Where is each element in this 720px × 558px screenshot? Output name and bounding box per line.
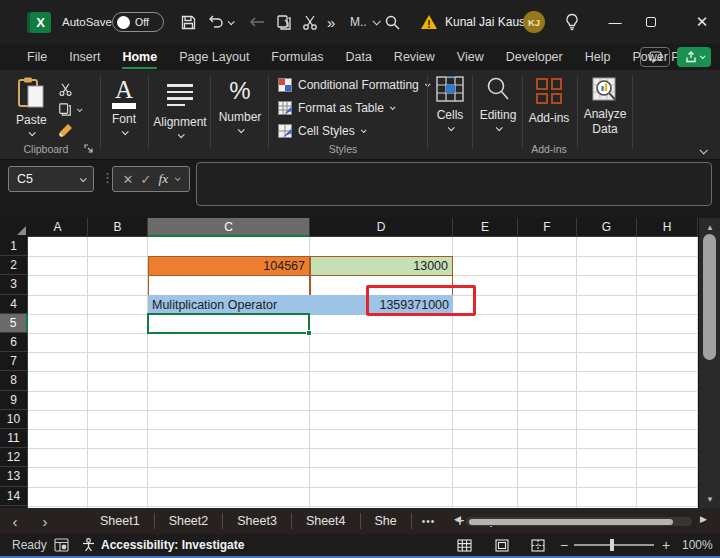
sheet-nav-prev-icon[interactable]: ‹ (0, 513, 30, 530)
maximize-button[interactable] (646, 0, 656, 44)
zoom-in-button[interactable]: + (662, 534, 670, 556)
menu-tab-help[interactable]: Help (574, 44, 622, 70)
vertical-scrollbar[interactable]: ▲ ▼ (698, 218, 720, 508)
cells-group-button[interactable]: Cells (429, 76, 471, 131)
row-header-14[interactable]: 14 (0, 487, 28, 506)
sheet-nav-next-icon[interactable]: › (30, 513, 60, 530)
paste-button[interactable]: Paste (16, 76, 47, 136)
cut-icon[interactable] (302, 0, 318, 44)
alignment-group-button[interactable]: Alignment (152, 78, 208, 138)
cancel-entry-icon[interactable]: ✕ (123, 172, 134, 187)
zoom-slider[interactable] (574, 534, 654, 556)
cell-C3[interactable] (148, 275, 310, 295)
vertical-scrollbar-thumb[interactable] (703, 234, 716, 360)
column-header-D[interactable]: D (310, 218, 453, 237)
format-painter-button[interactable] (58, 122, 74, 138)
normal-view-button[interactable] (457, 534, 472, 556)
menu-tab-developer[interactable]: Developer (495, 44, 574, 70)
cut-button[interactable] (58, 82, 73, 97)
accessibility-status[interactable]: Accessibility: Investigate (82, 534, 244, 556)
row-header-10[interactable]: 10 (0, 410, 28, 429)
undo-dropdown-icon[interactable] (228, 0, 233, 44)
excel-logo-icon[interactable]: X (30, 0, 51, 44)
page-layout-view-button[interactable] (495, 534, 509, 556)
autosave-toggle[interactable]: Off (112, 0, 164, 44)
row-header-5[interactable]: 5 (0, 314, 28, 333)
quick-access-overflow[interactable]: » (327, 0, 335, 44)
horizontal-scrollbar-thumb[interactable] (469, 519, 673, 525)
avatar[interactable]: KJ (523, 0, 545, 44)
zoom-slider-handle[interactable] (610, 539, 614, 551)
scroll-down-icon[interactable]: ▼ (699, 492, 720, 506)
menu-tab-page-layout[interactable]: Page Layout (168, 44, 260, 70)
row-header-9[interactable]: 9 (0, 391, 28, 410)
hscroll-left-icon[interactable]: ◀ (454, 514, 461, 524)
copy-icon[interactable] (276, 0, 292, 44)
fill-handle[interactable] (306, 330, 312, 336)
zoom-out-button[interactable]: − (560, 534, 568, 556)
row-header-8[interactable]: 8 (0, 371, 28, 390)
menu-tab-insert[interactable]: Insert (58, 44, 111, 70)
number-group-button[interactable]: % Number (214, 78, 266, 133)
column-header-H[interactable]: H (637, 218, 698, 237)
formula-input[interactable] (196, 162, 712, 206)
format-as-table-button[interactable]: Format as Table (278, 101, 394, 115)
spreadsheet-grid[interactable]: ABCDEFGH12345678910111213141510456713000… (0, 218, 698, 508)
macro-record-icon[interactable] (54, 534, 69, 556)
row-header-11[interactable]: 11 (0, 429, 28, 448)
cell-C4[interactable]: Mulitplication Operator (148, 295, 310, 315)
horizontal-scrollbar[interactable] (466, 517, 692, 526)
save-icon[interactable] (180, 0, 197, 44)
sheet-tab-sheet2[interactable]: Sheet2 (155, 513, 224, 529)
cell-C2[interactable]: 104567 (148, 256, 310, 276)
addins-button[interactable]: Add-ins (526, 78, 572, 125)
row-header-4[interactable]: 4 (0, 295, 28, 314)
tips-lightbulb-icon[interactable] (564, 0, 580, 44)
insert-function-icon[interactable]: fx (159, 171, 169, 187)
analyze-data-button[interactable]: Analyze Data (580, 76, 630, 137)
fx-dropdown-icon[interactable] (175, 175, 181, 181)
select-all-corner[interactable] (0, 218, 28, 237)
collapse-ribbon-icon[interactable] (700, 140, 706, 158)
row-header-1[interactable]: 1 (0, 237, 28, 256)
clipboard-dialog-launcher-icon[interactable] (84, 144, 94, 154)
row-header-12[interactable]: 12 (0, 448, 28, 467)
scroll-up-icon[interactable]: ▲ (699, 220, 720, 234)
confirm-entry-icon[interactable]: ✓ (141, 172, 152, 187)
column-header-E[interactable]: E (453, 218, 518, 237)
row-header-3[interactable]: 3 (0, 275, 28, 294)
menu-tab-home[interactable]: Home (111, 44, 168, 70)
sheet-tab-sheet1[interactable]: Sheet1 (86, 513, 155, 529)
row-header-7[interactable]: 7 (0, 352, 28, 371)
zoom-level[interactable]: 100% (682, 534, 713, 556)
undo-icon[interactable] (207, 0, 225, 44)
row-header-13[interactable]: 13 (0, 467, 28, 486)
sheet-tab-overflow[interactable]: ••• (412, 516, 446, 527)
row-header-6[interactable]: 6 (0, 333, 28, 352)
comments-button[interactable] (640, 47, 670, 67)
row-header-2[interactable]: 2 (0, 256, 28, 275)
editing-group-button[interactable]: Editing (474, 76, 522, 131)
font-group-button[interactable]: A Font (106, 78, 142, 135)
sheet-tab-sheet3[interactable]: Sheet3 (223, 513, 292, 529)
warning-icon[interactable] (420, 0, 438, 44)
menu-tab-review[interactable]: Review (383, 44, 446, 70)
hscroll-right-icon[interactable]: ▶ (700, 514, 707, 524)
share-button[interactable] (677, 47, 711, 67)
column-header-G[interactable]: G (577, 218, 637, 237)
column-header-B[interactable]: B (88, 218, 148, 237)
sheet-tab-sheet4[interactable]: Sheet4 (292, 513, 361, 529)
menu-tab-view[interactable]: View (446, 44, 495, 70)
selected-cell-C5[interactable] (147, 313, 310, 334)
minimize-button[interactable]: — (600, 0, 630, 44)
mode-dropdown[interactable]: M.. (350, 0, 379, 44)
menu-tab-data[interactable]: Data (334, 44, 382, 70)
name-box-dropdown-icon[interactable] (80, 175, 87, 182)
conditional-formatting-button[interactable]: Conditional Formatting (278, 78, 429, 92)
close-button[interactable]: ✕ (687, 0, 717, 44)
cell-D2[interactable]: 13000 (310, 256, 453, 276)
cell-styles-button[interactable]: Cell Styles (278, 124, 365, 138)
name-box[interactable]: C5 (8, 166, 94, 192)
menu-tab-file[interactable]: File (16, 44, 58, 70)
search-icon[interactable] (384, 0, 401, 44)
